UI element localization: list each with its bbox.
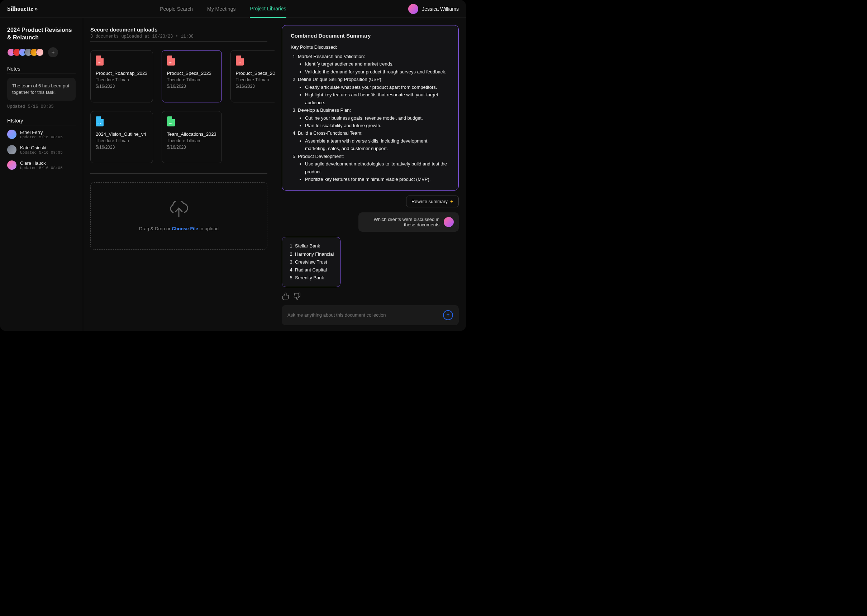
answer-item: Serenity Bank xyxy=(295,274,334,282)
answer-item: Radiant Capital xyxy=(295,266,334,274)
nav-project-libraries[interactable]: Project Libraries xyxy=(250,0,286,18)
history-item[interactable]: Clara Hauck Updated 5/16 08:05 xyxy=(7,160,76,170)
chat-input[interactable] xyxy=(287,312,440,317)
history-label: HIstory xyxy=(7,118,76,124)
document-card[interactable]: PPTProduct_Specs_2022Theodore Tillman5/1… xyxy=(230,50,274,102)
note-updated-meta: Updated 5/16 08:05 xyxy=(7,104,76,109)
avatar xyxy=(7,160,16,170)
summary-point: Develop a Business Plan:Outline your bus… xyxy=(298,106,450,129)
team-avatars xyxy=(7,48,44,56)
history-name: Clara Hauck xyxy=(20,160,63,166)
dropzone-text: Drag & Drop or Choose File to upload xyxy=(139,226,219,231)
history-name: Ethel Ferry xyxy=(20,130,63,135)
document-author: Theodore Tillman xyxy=(96,138,148,143)
divider xyxy=(90,41,267,42)
file-ppt-icon: PPT xyxy=(167,55,175,66)
logo: Silhouette » xyxy=(7,5,38,13)
thumbs-up-icon[interactable] xyxy=(282,292,290,300)
project-title: 2024 Product Revisions & Relaunch xyxy=(7,27,76,42)
answer-item: Harmony Financial xyxy=(295,250,334,258)
file-doc-icon: DOC xyxy=(96,116,104,126)
history-item[interactable]: Kate Osinski Updated 5/16 08:05 xyxy=(7,145,76,155)
thumbs-down-icon[interactable] xyxy=(293,292,301,300)
summary-point: Market Research and Validation:Identify … xyxy=(298,53,450,75)
file-ppt-icon: PPT xyxy=(236,55,244,66)
avatar xyxy=(408,4,418,14)
history-item[interactable]: Ethel Ferry Updated 5/16 08:05 xyxy=(7,130,76,139)
team-avatar[interactable] xyxy=(36,48,44,56)
summary-point: Product Development:Use agile developmen… xyxy=(298,152,450,183)
history-meta: Updated 5/16 08:05 xyxy=(20,151,63,155)
document-card[interactable]: PPTProduct_Roadmap_2023Theodore Tillman5… xyxy=(90,50,153,102)
document-card[interactable]: DOC2024_Vision_Outline_v4Theodore Tillma… xyxy=(90,111,153,163)
divider xyxy=(90,173,267,174)
document-author: Theodore Tillman xyxy=(96,77,148,82)
user-message-text: Which clients were discussed in these do… xyxy=(363,217,440,228)
document-author: Theodore Tillman xyxy=(236,77,274,82)
summary-bullet: Outline your business goals, revenue mod… xyxy=(305,114,450,122)
choose-file-link[interactable]: Choose File xyxy=(172,226,198,231)
nav-people-search[interactable]: People Search xyxy=(160,0,193,18)
document-date: 5/16/2023 xyxy=(167,145,216,150)
chat-input-row xyxy=(282,305,459,325)
summary-bullet: Validate the demand for your product thr… xyxy=(305,68,450,75)
doc-grid: PPTProduct_Roadmap_2023Theodore Tillman5… xyxy=(90,50,267,163)
summary-bullet: Highlight key features and benefits that… xyxy=(305,91,450,106)
nav: People Search My Meetings Project Librar… xyxy=(160,0,286,18)
summary-point: Define Unique Selling Proposition (USP):… xyxy=(298,75,450,106)
user-section[interactable]: Jessica Williams xyxy=(408,4,459,14)
file-ppt-icon: PPT xyxy=(96,55,104,66)
answer-card: Stellar BankHarmony FinancialCrestview T… xyxy=(282,237,340,287)
user-name: Jessica Williams xyxy=(422,6,459,12)
notes-label: Notes xyxy=(7,66,76,72)
documents-title: Secure document uploads xyxy=(90,27,267,33)
add-team-member-button[interactable]: + xyxy=(48,47,58,57)
document-card[interactable]: XLSTeam_Allocations_2023Theodore Tillman… xyxy=(162,111,222,163)
document-date: 5/16/2023 xyxy=(96,84,148,89)
document-name: Product_Specs_2023 xyxy=(167,71,216,76)
document-name: 2024_Vision_Outline_v4 xyxy=(96,132,148,137)
summary-panel: Combined Document Summary Key Points Dis… xyxy=(274,18,466,331)
avatar xyxy=(7,145,16,154)
answer-item: Crestview Trust xyxy=(295,258,334,266)
summary-subtitle: Key Points Discussed: xyxy=(291,44,450,50)
feedback-row xyxy=(282,292,459,300)
answer-item: Stellar Bank xyxy=(295,242,334,250)
answer-list: Stellar BankHarmony FinancialCrestview T… xyxy=(288,242,334,281)
document-name: Product_Roadmap_2023 xyxy=(96,71,148,76)
document-date: 5/16/2023 xyxy=(236,84,274,89)
nav-my-meetings[interactable]: My Meetings xyxy=(207,0,235,18)
document-author: Theodore Tillman xyxy=(167,138,216,143)
summary-point: Build a Cross-Functional Team:Assemble a… xyxy=(298,129,450,152)
summary-bullet: Assemble a team with diverse skills, inc… xyxy=(305,137,450,152)
rewrite-summary-button[interactable]: Rewrite summary ✦ xyxy=(406,196,459,207)
upload-dropzone[interactable]: Drag & Drop or Choose File to upload xyxy=(90,182,267,250)
summary-bullet: Prioritize key features for the minimum … xyxy=(305,176,450,183)
document-card[interactable]: PPTProduct_Specs_2023Theodore Tillman5/1… xyxy=(162,50,222,102)
note-card[interactable]: The team of 6 has been put together for … xyxy=(7,78,76,101)
cloud-upload-icon xyxy=(168,201,190,219)
summary-list: Market Research and Validation:Identify … xyxy=(291,53,450,183)
topbar: Silhouette » People Search My Meetings P… xyxy=(0,0,466,18)
history-meta: Updated 5/16 08:05 xyxy=(20,166,63,170)
document-name: Team_Allocations_2023 xyxy=(167,132,216,137)
divider xyxy=(7,73,76,74)
summary-bullet: Plan for scalability and future growth. xyxy=(305,122,450,129)
sparkle-icon: ✦ xyxy=(450,199,453,204)
user-message: Which clients were discussed in these do… xyxy=(358,212,459,232)
summary-bullet: Identify target audience and market tren… xyxy=(305,60,450,68)
documents-panel: Secure document uploads 3 documents uplo… xyxy=(83,18,274,331)
documents-meta: 3 documents uploaded at 10/23/23 • 11:38 xyxy=(90,34,267,39)
document-date: 5/16/2023 xyxy=(96,145,148,150)
arrow-up-icon xyxy=(446,313,451,317)
summary-title: Combined Document Summary xyxy=(291,33,450,39)
avatar xyxy=(444,217,454,227)
file-xls-icon: XLS xyxy=(167,116,175,126)
send-button[interactable] xyxy=(443,310,453,320)
document-date: 5/16/2023 xyxy=(167,84,216,89)
document-author: Theodore Tillman xyxy=(167,77,216,82)
sidebar: 2024 Product Revisions & Relaunch + Note… xyxy=(0,18,83,331)
summary-bullet: Clearly articulate what sets your produc… xyxy=(305,83,450,91)
team-row: + xyxy=(7,47,76,57)
history-meta: Updated 5/16 08:05 xyxy=(20,135,63,139)
